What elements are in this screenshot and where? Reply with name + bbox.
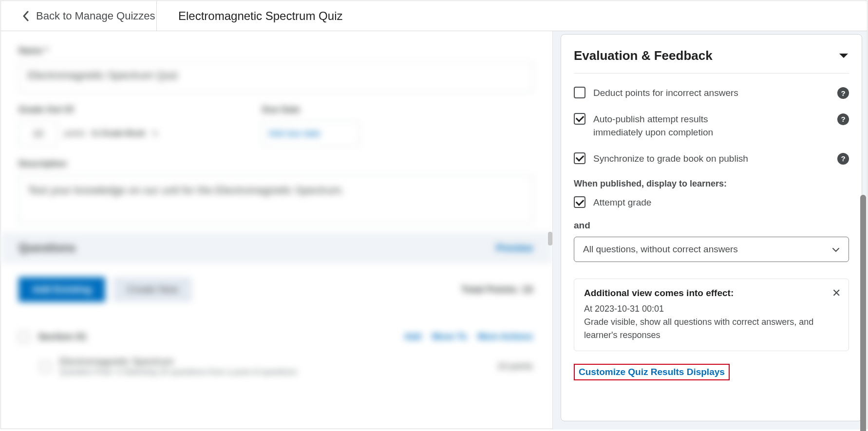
sync-gradebook-option: Synchronize to grade book on publish ? <box>574 152 849 166</box>
back-to-manage-quizzes[interactable]: Back to Manage Quizzes <box>1 1 157 31</box>
create-new-button[interactable]: Create New <box>113 277 192 302</box>
close-icon[interactable]: ✕ <box>832 287 841 300</box>
evaluation-feedback-panel: Evaluation & Feedback Deduct points for … <box>561 34 862 421</box>
question-pool-row: Electromagnetic Spectrum Question Pool: … <box>19 356 533 377</box>
panel-title: Evaluation & Feedback <box>574 48 713 63</box>
page-title: Electromagnetic Spectrum Quiz <box>178 9 342 23</box>
section-link-add[interactable]: Add <box>404 332 421 342</box>
caret-down-icon <box>838 53 849 59</box>
back-label: Back to Manage Quizzes <box>36 10 155 22</box>
grade-out-of-label: Grade Out Of <box>19 105 228 115</box>
auto-publish-option: Auto-publish attempt results immediately… <box>574 112 849 139</box>
total-points-label: Total Points: 10 <box>461 284 533 295</box>
customize-quiz-results-link[interactable]: Customize Quiz Results Displays <box>574 364 730 380</box>
preview-link[interactable]: Preview <box>496 243 533 254</box>
description-label: Description <box>19 159 533 169</box>
top-bar: Back to Manage Quizzes Electromagnetic S… <box>1 1 867 31</box>
add-existing-button[interactable]: Add Existing <box>19 277 105 302</box>
question-checkbox[interactable] <box>40 361 51 372</box>
select-value: All questions, without correct answers <box>583 244 738 255</box>
right-sidebar: Evaluation & Feedback Deduct points for … <box>553 31 867 430</box>
section-link-moveto[interactable]: Move To <box>432 332 467 342</box>
display-to-learners-label: When published, display to learners: <box>574 179 849 189</box>
card-description: Grade visible, show all questions with c… <box>584 316 839 342</box>
section-link-more[interactable]: More Actions <box>478 332 533 342</box>
questions-title: Questions <box>19 241 75 255</box>
card-title: Additional view comes into effect: <box>584 288 839 299</box>
in-gradebook-toggle[interactable]: In Grade Book <box>92 129 145 138</box>
right-scrollbar[interactable] <box>860 195 866 431</box>
name-label: Name * <box>19 46 533 56</box>
due-date-label: Due Date <box>262 105 533 115</box>
section-row: Section 01 Add Move To More Actions <box>19 331 533 342</box>
main-form-area: Name * Electromagnetic Spectrum Quiz Gra… <box>1 31 553 430</box>
left-scrollbar[interactable] <box>548 232 552 245</box>
grade-points-input[interactable]: 10 <box>19 121 57 146</box>
help-icon[interactable]: ? <box>837 153 849 165</box>
card-date: At 2023-10-31 00:01 <box>584 302 839 316</box>
help-icon[interactable]: ? <box>837 113 849 125</box>
panel-header[interactable]: Evaluation & Feedback <box>574 48 849 74</box>
questions-display-select[interactable]: All questions, without correct answers <box>574 237 849 262</box>
due-date-input[interactable]: Add due date <box>262 121 359 146</box>
attempt-grade-checkbox[interactable] <box>574 196 585 208</box>
chevron-left-icon <box>22 11 29 21</box>
section-checkbox[interactable] <box>19 332 29 342</box>
question-points: 10 points <box>497 361 533 372</box>
chevron-down-icon <box>832 244 840 255</box>
auto-publish-checkbox[interactable] <box>574 113 585 125</box>
name-input[interactable]: Electromagnetic Spectrum Quiz <box>19 62 533 92</box>
page-title-section: Electromagnetic Spectrum Quiz <box>157 1 867 31</box>
question-subtext: Question Pool: 4 Selecting 10 questions … <box>59 367 297 377</box>
attempt-grade-label: Attempt grade <box>593 196 651 209</box>
deduct-points-option: Deduct points for incorrect answers ? <box>574 86 849 100</box>
question-title: Electromagnetic Spectrum <box>59 356 297 367</box>
and-label: and <box>574 220 849 231</box>
description-input[interactable]: Test your knowledge on our unit for the … <box>19 175 533 224</box>
additional-view-card: ✕ Additional view comes into effect: At … <box>574 279 849 351</box>
edit-icon[interactable]: ✎ <box>152 129 158 138</box>
attempt-grade-option: Attempt grade <box>574 196 849 209</box>
section-label: Section 01 <box>38 331 87 342</box>
sync-gradebook-checkbox[interactable] <box>574 152 585 164</box>
deduct-points-checkbox[interactable] <box>574 87 585 98</box>
points-unit: points <box>64 129 85 138</box>
deduct-points-label: Deduct points for incorrect answers <box>593 86 738 100</box>
sync-gradebook-label: Synchronize to grade book on publish <box>593 152 748 166</box>
auto-publish-label: Auto-publish attempt results immediately… <box>593 112 754 139</box>
help-icon[interactable]: ? <box>837 87 849 99</box>
questions-header-bar: Questions Preview <box>1 232 552 263</box>
